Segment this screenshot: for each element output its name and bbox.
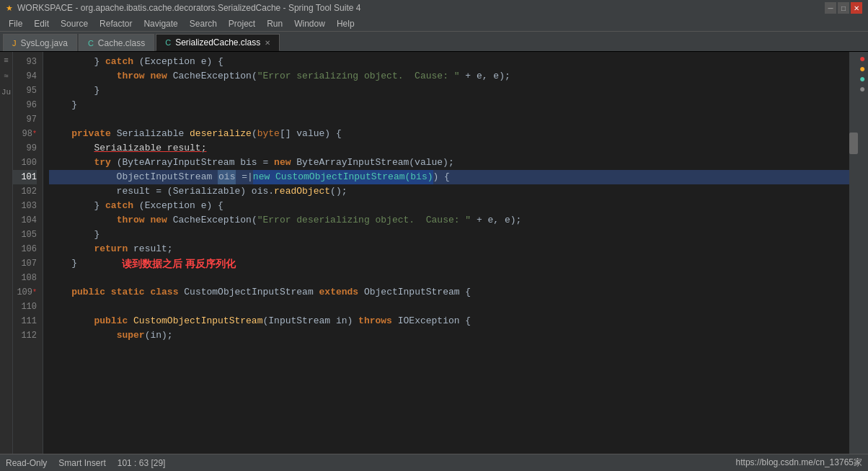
window-title: WORKSPACE - org.apache.ibatis.cache.deco…: [17, 3, 825, 13]
code-line-99: Serializable result;: [49, 141, 849, 156]
menu-navigate[interactable]: Navigate: [138, 17, 183, 30]
line-num-112: 112: [13, 328, 37, 343]
tab-syslog[interactable]: J SysLog.java: [3, 34, 77, 51]
menu-project[interactable]: Project: [223, 17, 261, 30]
chinese-annotation: 读到数据之后 再反序列化: [122, 256, 236, 271]
line-num-106: 106: [13, 242, 37, 256]
code-line-111: public CustomObjectInputStream(InputStre…: [49, 314, 849, 328]
tab-cache[interactable]: C Cache.class: [79, 34, 154, 51]
code-line-104: throw new CacheException("Error deserial…: [49, 213, 849, 228]
code-line-97: [49, 112, 849, 127]
code-line-93: } catch (Exception e) {: [49, 55, 849, 69]
line-num-111: 111: [13, 314, 37, 328]
line-num-109: 109*: [13, 285, 37, 300]
scrollbar[interactable]: [849, 52, 858, 454]
line-num-94: 94: [13, 69, 37, 84]
left-side-panel: ≡ ≈ Ju: [0, 52, 13, 454]
menu-source[interactable]: Source: [55, 17, 94, 30]
maximize-button[interactable]: □: [838, 2, 849, 14]
status-position: 101 : 63 [29]: [118, 458, 166, 468]
status-right: https://blog.csdn.me/cn_13765家: [736, 457, 862, 469]
code-line-98: private Serializable deserialize(byte[] …: [49, 127, 849, 141]
tab-bar: J SysLog.java C Cache.class C Serialized…: [0, 32, 868, 52]
serialized-tab-label: SerializedCache.class: [175, 37, 260, 48]
status-left: Read-Only Smart Insert 101 : 63 [29]: [6, 458, 165, 468]
title-bar: ★ WORKSPACE - org.apache.ibatis.cache.de…: [0, 0, 868, 16]
code-line-103: } catch (Exception e) {: [49, 199, 849, 213]
status-readonly: Read-Only: [6, 458, 47, 468]
close-button[interactable]: ✕: [851, 2, 862, 14]
code-line-109: public static class CustomObjectInputStr…: [49, 285, 849, 300]
line-num-98: 98*: [13, 127, 37, 141]
code-line-102: result = (Serializable) ois.readObject()…: [49, 184, 849, 199]
menu-edit[interactable]: Edit: [28, 17, 55, 30]
menu-file[interactable]: File: [3, 17, 28, 30]
sidebar-icon-2[interactable]: ≈: [1, 71, 12, 82]
line-numbers: 93 94 95 96 97 98* 99 100 101 102 103 10…: [13, 52, 43, 454]
serialized-tab-close[interactable]: ✕: [265, 39, 270, 47]
menu-refactor[interactable]: Refactor: [94, 17, 138, 30]
code-line-96: }: [49, 98, 849, 112]
code-line-112: super(in);: [49, 328, 849, 343]
status-bar: Read-Only Smart Insert 101 : 63 [29] htt…: [0, 454, 868, 471]
line-num-93: 93: [13, 55, 37, 69]
serialized-tab-icon: C: [165, 38, 171, 47]
sidebar-icon-1[interactable]: ≡: [1, 55, 12, 66]
line-num-100: 100: [13, 156, 37, 170]
menu-help[interactable]: Help: [331, 17, 360, 30]
syslog-tab-icon: J: [12, 39, 17, 48]
code-line-101: ObjectInputStream ois =|new CustomObject…: [49, 170, 849, 184]
right-icon-2[interactable]: ●: [859, 63, 867, 71]
code-line-100: try (ByteArrayInputStream bis = new Byte…: [49, 156, 849, 170]
sidebar-icon-3[interactable]: Ju: [1, 86, 12, 98]
line-num-97: 97: [13, 112, 37, 127]
app-icon: ★: [6, 4, 13, 13]
syslog-tab-label: SysLog.java: [21, 38, 68, 48]
right-panel: ● ● ● ●: [858, 52, 868, 454]
line-num-104: 104: [13, 213, 37, 228]
line-num-101: 101: [13, 170, 37, 184]
code-line-108: [49, 271, 849, 285]
main-area: ≡ ≈ Ju 93 94 95 96 97 98* 99 100 101 102…: [0, 52, 868, 454]
code-line-107: } 读到数据之后 再反序列化: [49, 256, 849, 271]
tab-serialized[interactable]: C SerializedCache.class ✕: [156, 34, 280, 51]
line-num-105: 105: [13, 228, 37, 242]
line-num-96: 96: [13, 98, 37, 112]
code-line-110: [49, 300, 849, 314]
line-num-108: 108: [13, 271, 37, 285]
line-num-110: 110: [13, 300, 37, 314]
editor: 93 94 95 96 97 98* 99 100 101 102 103 10…: [13, 52, 868, 454]
cache-tab-label: Cache.class: [98, 38, 145, 48]
line-num-107: 107: [13, 256, 37, 271]
right-icon-3[interactable]: ●: [859, 73, 867, 81]
menu-run[interactable]: Run: [261, 17, 288, 30]
line-num-103: 103: [13, 199, 37, 213]
right-icon-4[interactable]: ●: [859, 84, 867, 91]
code-line-94: throw new CacheException("Error serializ…: [49, 69, 849, 84]
right-icon-1[interactable]: ●: [859, 53, 867, 60]
menu-search[interactable]: Search: [184, 17, 223, 30]
cache-tab-icon: C: [88, 39, 94, 48]
code-line-106: return result;: [49, 242, 849, 256]
menu-bar: File Edit Source Refactor Navigate Searc…: [0, 16, 868, 32]
status-insert-mode: Smart Insert: [58, 458, 105, 468]
line-num-102: 102: [13, 184, 37, 199]
window-controls[interactable]: ─ □ ✕: [825, 2, 862, 14]
status-url: https://blog.csdn.me/cn_13765家: [736, 457, 862, 469]
menu-window[interactable]: Window: [288, 17, 331, 30]
code-line-105: }: [49, 228, 849, 242]
minimize-button[interactable]: ─: [825, 2, 836, 14]
line-num-99: 99: [13, 141, 37, 156]
line-num-95: 95: [13, 84, 37, 98]
code-area[interactable]: } catch (Exception e) { throw new CacheE…: [43, 52, 849, 454]
code-line-95: }: [49, 84, 849, 98]
